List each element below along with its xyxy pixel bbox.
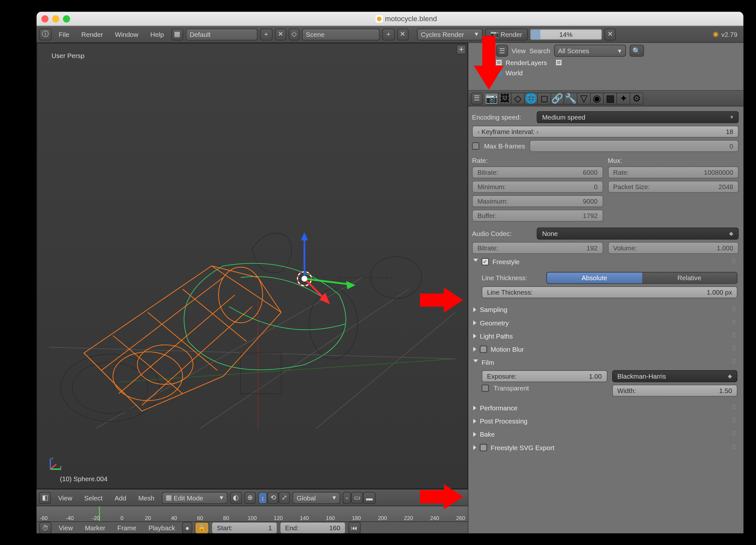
relative-option[interactable]: Relative [642, 272, 737, 284]
orientation-dropdown[interactable]: Global▾ [292, 491, 341, 503]
tab-modifiers[interactable]: 🔧 [564, 92, 578, 104]
viewport-shading-icon[interactable]: ◐ [230, 491, 242, 503]
vp-menu-view[interactable]: View [53, 492, 77, 503]
absolute-option[interactable]: Absolute [547, 272, 642, 284]
panel-bake-header[interactable]: Bake⠿ [472, 428, 739, 440]
max-bframes-checkbox[interactable] [472, 142, 479, 149]
rate-max-field[interactable]: Maximum:9000 [472, 195, 603, 207]
zoom-traffic-light[interactable] [63, 15, 70, 22]
panel-motion-blur-header[interactable]: Motion Blur⠿ [472, 343, 739, 355]
filter-width-field[interactable]: Width:1.50 [612, 385, 737, 397]
motion-blur-checkbox[interactable] [480, 345, 487, 352]
menu-file[interactable]: File [54, 29, 74, 40]
tab-physics[interactable]: ⚙ [630, 92, 643, 104]
render-engine-dropdown[interactable]: Cycles Render▾ [417, 28, 483, 40]
pivot-icon[interactable]: ⊕ [244, 491, 256, 503]
delete-scene-icon[interactable]: ✕ [397, 28, 408, 40]
encoding-speed-dropdown[interactable]: Medium speed▾ [537, 111, 739, 123]
delete-screen-icon[interactable]: ✕ [275, 28, 286, 40]
restrict-render-icon[interactable]: 🖼 [555, 59, 562, 66]
mode-dropdown[interactable]: ▦ Edit Mode▾ [161, 491, 227, 503]
manipulator-translate-icon[interactable]: ↕ [258, 491, 267, 503]
rate-bitrate-field[interactable]: Bitrate:6000 [472, 166, 603, 178]
max-bframes-field[interactable]: 0 [530, 140, 739, 152]
add-screen-icon[interactable]: ＋ [260, 28, 272, 40]
toolshelf-toggle-icon[interactable]: + [456, 45, 466, 54]
vp-menu-select[interactable]: Select [79, 492, 107, 503]
panel-light-paths-header[interactable]: Light Paths⠿ [472, 330, 739, 342]
panel-grip-icon[interactable]: ⠿ [731, 257, 737, 265]
jump-start-icon[interactable]: ⏮ [348, 522, 360, 533]
cancel-render-icon[interactable]: ✕ [604, 28, 616, 40]
start-frame-field[interactable]: Start:1 [211, 522, 277, 533]
editor-type-timeline-icon[interactable]: ⏱ [39, 522, 52, 533]
keyframe-interval-field[interactable]: Keyframe interval:18 [472, 126, 739, 137]
audio-bitrate-field[interactable]: Bitrate:192 [472, 242, 603, 254]
add-scene-icon[interactable]: ＋ [382, 28, 394, 40]
end-frame-field[interactable]: End:160 [280, 522, 346, 533]
screen-layout-dropdown[interactable]: Default [185, 28, 257, 40]
vp-menu-add[interactable]: Add [110, 492, 131, 503]
mux-packet-field[interactable]: Packet Size:2048 [608, 181, 739, 193]
scene-browse-icon[interactable]: ◇ [289, 28, 300, 40]
panel-film-header[interactable]: Film⠿ [472, 357, 739, 368]
menu-window[interactable]: Window [110, 29, 143, 40]
tl-menu-frame[interactable]: Frame [112, 523, 141, 533]
tab-object[interactable]: ◻ [538, 92, 551, 104]
timeline-ruler[interactable]: -60-40-200204060801001201401601802002202… [37, 506, 468, 522]
outliner-scene-filter[interactable]: All Scenes▾ [554, 45, 626, 56]
scene-dropdown[interactable]: Scene [302, 28, 380, 40]
svg-export-checkbox[interactable] [480, 444, 487, 451]
editor-type-info-icon[interactable]: ⓘ [39, 28, 52, 40]
tl-menu-playback[interactable]: Playback [144, 523, 180, 533]
freestyle-checkbox[interactable] [482, 258, 489, 265]
select-edge-icon[interactable]: ▭ [351, 491, 363, 503]
panel-freestyle-header[interactable]: Freestyle⠿ [472, 256, 739, 267]
keying-set-lock-icon[interactable]: 🔒 [195, 522, 209, 533]
outliner-item-world[interactable]: 🌐World [472, 67, 740, 78]
audio-volume-field[interactable]: Volume:1.000 [608, 242, 739, 254]
panel-sampling-header[interactable]: Sampling⠿ [472, 304, 739, 315]
vp-menu-mesh[interactable]: Mesh [134, 492, 159, 503]
panel-post-processing-header[interactable]: Post Processing⠿ [472, 415, 739, 427]
transparent-checkbox[interactable] [482, 385, 489, 392]
panel-svg-export-header[interactable]: Freestyle SVG Export⠿ [472, 442, 739, 453]
tab-particles[interactable]: ✦ [617, 92, 630, 104]
manipulator-rotate-icon[interactable]: ⟲ [267, 491, 279, 503]
tab-texture[interactable]: ▩ [604, 92, 617, 104]
menu-render[interactable]: Render [77, 29, 108, 40]
object-icon: ◻ [540, 93, 548, 104]
outliner-item-renderlayers[interactable]: ⊕ 🖼RenderLayers 🖼 [472, 57, 740, 68]
tl-menu-view[interactable]: View [54, 523, 78, 533]
mux-rate-field[interactable]: Rate:10080000 [608, 166, 739, 178]
select-face-icon[interactable]: ▬ [363, 491, 375, 503]
manipulator-scale-icon[interactable]: ⤢ [279, 491, 290, 503]
tl-menu-marker[interactable]: Marker [80, 523, 110, 533]
line-thickness-mode-toggle[interactable]: AbsoluteRelative [546, 272, 737, 284]
audio-codec-dropdown[interactable]: None◆ [537, 227, 739, 239]
minimize-traffic-light[interactable] [52, 15, 59, 22]
pixel-filter-dropdown[interactable]: Blackman-Harris◆ [612, 370, 737, 382]
search-icon[interactable]: 🔍 [629, 45, 644, 56]
panel-performance-header[interactable]: Performance⠿ [472, 402, 739, 414]
screen-layout-icon[interactable]: ▦ [171, 28, 183, 40]
tab-render-layers[interactable]: 🖼 [498, 92, 512, 104]
close-traffic-light[interactable] [41, 15, 48, 22]
tab-constraints[interactable]: 🔗 [551, 92, 564, 104]
auto-keyframe-icon[interactable]: ● [182, 522, 192, 533]
exposure-field[interactable]: Exposure:1.00 [482, 370, 607, 382]
rate-buffer-field[interactable]: Buffer:1792 [472, 210, 603, 221]
select-vertex-icon[interactable]: ▫ [343, 491, 351, 503]
tab-render[interactable]: 📷 [485, 92, 498, 104]
rate-min-field[interactable]: Minimum:0 [472, 181, 603, 193]
menu-help[interactable]: Help [145, 29, 168, 40]
3d-viewport[interactable]: User Persp + [37, 43, 468, 489]
tab-material[interactable]: ◉ [591, 92, 604, 104]
editor-type-3dview-icon[interactable]: ◧ [39, 491, 51, 503]
editor-type-properties-icon[interactable]: ☰ [471, 92, 483, 104]
tab-scene[interactable]: ◇ [512, 92, 525, 104]
panel-geometry-header[interactable]: Geometry⠿ [472, 317, 739, 328]
tab-data[interactable]: ▽ [578, 92, 591, 104]
tab-world[interactable]: 🌐 [525, 92, 538, 104]
line-thickness-field[interactable]: Line Thickness:1.000 px [482, 286, 737, 298]
